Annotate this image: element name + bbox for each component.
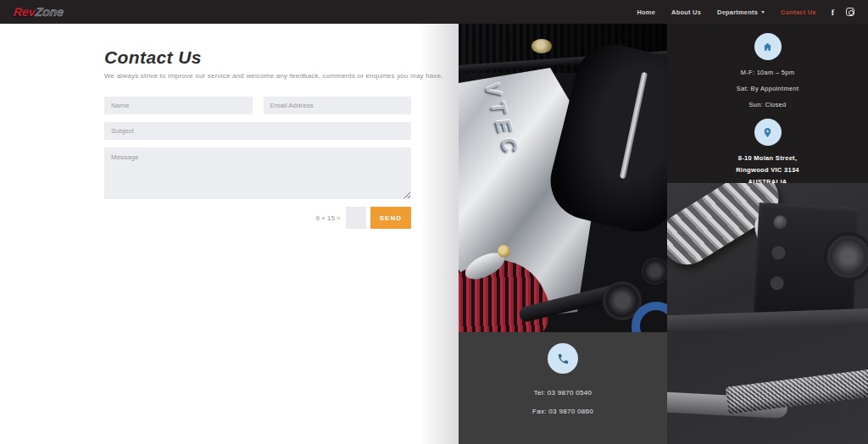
tel-number: Tel: 03 9870 0540 (534, 389, 593, 397)
address-line-1: 8-10 Molan Street, (738, 154, 798, 162)
fax-number: Fax: 03 9870 0860 (532, 408, 593, 415)
contact-form-panel: Contact Us We always strive to improve o… (0, 24, 459, 444)
pulley (824, 232, 868, 281)
nav-home[interactable]: Home (637, 8, 655, 16)
home-icon (754, 33, 782, 60)
info-panel: M-F: 10am – 5pm Sat: By Appointment Sun:… (667, 24, 868, 183)
contact-form: 9 + 15 = SEND (104, 97, 411, 229)
header-bar: RevZone Home About Us Departments Contac… (0, 0, 868, 24)
captcha-input[interactable] (346, 207, 366, 229)
email-input[interactable] (264, 97, 412, 114)
facebook-icon[interactable]: f (832, 8, 834, 17)
hours-saturday: Sat: By Appointment (737, 85, 799, 92)
instagram-icon[interactable] (846, 8, 854, 16)
page-title: Contact Us (104, 47, 202, 68)
nav-about-us[interactable]: About Us (671, 8, 701, 16)
chevron-down-icon (761, 11, 765, 14)
subject-input[interactable] (104, 122, 411, 140)
location-pin-icon (754, 119, 782, 146)
main-nav: Home About Us Departments Contact Us f (620, 8, 854, 17)
revzone-logo[interactable]: RevZone (13, 5, 64, 19)
engine-photo-secondary (667, 183, 868, 444)
phone-icon (548, 343, 578, 374)
message-textarea[interactable] (104, 147, 411, 199)
logo-text-zone: Zone (35, 5, 64, 19)
engine-photo-main: VTEC (459, 24, 667, 332)
address-line-2: Ringwood VIC 3134 (736, 166, 799, 174)
name-input[interactable] (104, 97, 253, 114)
hours-sunday: Sun: Closed (748, 101, 786, 108)
send-button[interactable]: SEND (370, 207, 411, 229)
pulley (642, 258, 667, 285)
page-subtitle: We always strive to improve our service … (104, 72, 443, 80)
captcha-question: 9 + 15 = (315, 214, 340, 222)
hours-weekday: M-F: 10am – 5pm (741, 69, 795, 76)
logo-text-rev: Rev (13, 5, 36, 19)
phone-panel: Tel: 03 9870 0540 Fax: 03 9870 0860 (459, 332, 667, 444)
nav-contact-us[interactable]: Contact Us (781, 8, 816, 16)
nav-departments[interactable]: Departments (717, 8, 765, 16)
captcha-row: 9 + 15 = SEND (104, 207, 411, 229)
knurled-shaft (726, 365, 868, 413)
social-links: f (832, 8, 854, 17)
